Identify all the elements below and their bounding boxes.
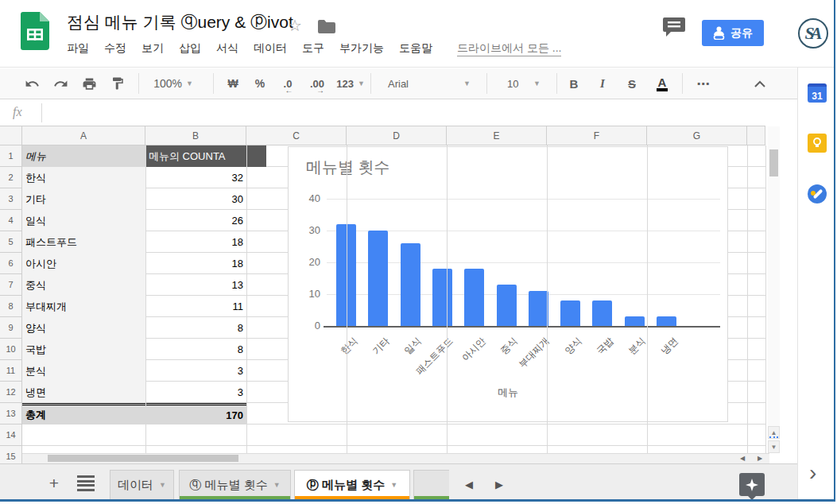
horizontal-scrollbar-thumb[interactable]: [48, 455, 238, 462]
menu-item-1[interactable]: 파일: [67, 41, 89, 56]
formula-bar[interactable]: fx: [0, 100, 797, 126]
pivot-total-row[interactable]: 총계 170: [22, 403, 246, 425]
cell-A3[interactable]: 기타: [22, 188, 145, 210]
column-header-G[interactable]: G: [647, 126, 747, 145]
row-header-9[interactable]: 9: [0, 317, 22, 339]
tasks-icon[interactable]: [808, 184, 827, 204]
column-header-E[interactable]: E: [447, 126, 547, 145]
collapse-toolbar-button[interactable]: [746, 68, 774, 99]
row-header-15[interactable]: 15: [0, 446, 22, 463]
tab-scroll-right-button[interactable]: ▶: [488, 474, 510, 494]
menu-item-9[interactable]: 도움말: [399, 41, 432, 56]
italic-button[interactable]: I: [591, 68, 614, 99]
cell-A8[interactable]: 부대찌개: [22, 296, 145, 317]
hide-sidebar-chevron[interactable]: ›: [809, 465, 816, 481]
row-header-5[interactable]: 5: [0, 231, 22, 253]
cell-B5[interactable]: 18: [145, 231, 246, 253]
sheet-tab-2[interactable]: ⓠ 메뉴별 횟수▼: [179, 470, 291, 499]
account-avatar[interactable]: SA: [798, 18, 828, 48]
cell-B12[interactable]: 3: [145, 382, 246, 403]
tab-menu-chevron-icon[interactable]: ▼: [273, 481, 281, 489]
cell-B2[interactable]: 32: [145, 167, 246, 188]
paint-format-button[interactable]: [107, 68, 129, 99]
menu-item-2[interactable]: 수정: [104, 41, 126, 56]
zoom-select[interactable]: 100%▼: [148, 68, 199, 99]
row-header-10[interactable]: 10: [0, 339, 22, 360]
font-size-select[interactable]: 10▼: [499, 68, 548, 99]
sheet-tab-1[interactable]: 데이터▼: [110, 470, 174, 499]
select-all-corner[interactable]: [0, 126, 22, 145]
percent-format-button[interactable]: %: [250, 68, 270, 99]
share-button[interactable]: 공유: [702, 20, 764, 46]
sheet-tab-4[interactable]: ⓠ 많▼: [413, 470, 449, 499]
cell-A2[interactable]: 한식: [22, 167, 145, 188]
tab-scroll-left-button[interactable]: ◀: [458, 474, 480, 494]
all-sheets-button[interactable]: [75, 475, 97, 491]
row-header-13[interactable]: 13: [0, 403, 22, 425]
menu-item-6[interactable]: 데이터: [254, 41, 287, 56]
row-header-6[interactable]: 6: [0, 253, 22, 274]
cell-B6[interactable]: 18: [145, 253, 246, 274]
sheets-logo-icon[interactable]: [21, 12, 49, 53]
scroll-right-button[interactable]: ▶: [752, 453, 768, 463]
row-header-12[interactable]: 12: [0, 382, 22, 403]
scroll-left-button[interactable]: ◀: [734, 453, 750, 463]
currency-format-button[interactable]: ₩: [223, 68, 243, 99]
cell-A11[interactable]: 분식: [22, 360, 145, 382]
star-icon[interactable]: ☆: [288, 16, 302, 35]
cell-A12[interactable]: 냉면: [22, 382, 145, 403]
comments-icon[interactable]: [663, 17, 685, 41]
calendar-icon[interactable]: 31: [808, 83, 827, 103]
cell-B9[interactable]: 8: [145, 317, 246, 339]
print-button[interactable]: [78, 68, 100, 99]
menu-item-4[interactable]: 삽입: [179, 41, 201, 56]
menu-item-3[interactable]: 보기: [141, 41, 164, 56]
cell-B3[interactable]: 30: [145, 188, 246, 210]
more-formats-button[interactable]: 123▼: [332, 68, 369, 99]
cell-B11[interactable]: 3: [145, 360, 246, 382]
cell-B1[interactable]: 메뉴의 COUNTA: [145, 145, 266, 167]
tab-menu-chevron-icon[interactable]: ▼: [159, 481, 166, 489]
undo-button[interactable]: [21, 68, 43, 99]
cell-A9[interactable]: 양식: [22, 317, 145, 339]
vertical-scrollbar-thumb[interactable]: [769, 149, 778, 176]
sheet-tab-3[interactable]: ⓟ 메뉴별 횟수▼: [294, 470, 410, 499]
keep-icon[interactable]: [808, 134, 827, 153]
row-header-2[interactable]: 2: [0, 167, 22, 188]
explore-button[interactable]: [739, 473, 765, 496]
font-family-select[interactable]: Arial▼: [380, 68, 479, 99]
column-header-B[interactable]: B: [145, 126, 246, 145]
row-header-7[interactable]: 7: [0, 274, 22, 296]
row-header-8[interactable]: 8: [0, 296, 22, 317]
cell-A5[interactable]: 패스트푸드: [22, 231, 145, 253]
cell-A1[interactable]: 메뉴: [22, 145, 145, 167]
strikethrough-button[interactable]: S: [621, 68, 643, 99]
bold-button[interactable]: B: [563, 68, 585, 99]
doc-title[interactable]: 점심 메뉴 기록 ⓠuery & ⓟivot: [67, 11, 293, 33]
toolbar-more-button[interactable]: ⋯: [690, 68, 717, 99]
tab-menu-chevron-icon[interactable]: ▼: [390, 481, 397, 489]
cell-B8[interactable]: 11: [145, 296, 246, 317]
cell-A4[interactable]: 일식: [22, 210, 145, 231]
increase-decimal-button[interactable]: .00→: [304, 68, 331, 99]
embedded-chart[interactable]: 메뉴별 횟수 메뉴 403020100한식기타일식패스트푸드아시안중식부대찌개양…: [288, 146, 728, 422]
cell-B7[interactable]: 13: [145, 274, 246, 296]
row-header-11[interactable]: 11: [0, 360, 22, 382]
folder-icon[interactable]: [318, 20, 335, 37]
drive-status-link[interactable]: 드라이브에서 모든 ...: [457, 41, 561, 56]
cell-A7[interactable]: 중식: [22, 274, 145, 296]
column-header-A[interactable]: A: [22, 126, 145, 145]
column-header-D[interactable]: D: [347, 126, 447, 145]
add-sheet-button[interactable]: +: [43, 472, 65, 494]
row-header-14[interactable]: 14: [0, 425, 22, 446]
row-header-3[interactable]: 3: [0, 188, 22, 210]
column-header-C[interactable]: C: [246, 126, 347, 145]
cell-B10[interactable]: 8: [145, 339, 246, 360]
cell-B4[interactable]: 26: [145, 210, 246, 231]
text-color-button[interactable]: A: [650, 68, 674, 99]
redo-button[interactable]: [49, 68, 72, 99]
decrease-decimal-button[interactable]: .0←: [276, 68, 300, 99]
column-header-F[interactable]: F: [547, 126, 647, 145]
row-header-1[interactable]: 1: [0, 145, 22, 167]
menu-item-7[interactable]: 도구: [302, 41, 324, 56]
